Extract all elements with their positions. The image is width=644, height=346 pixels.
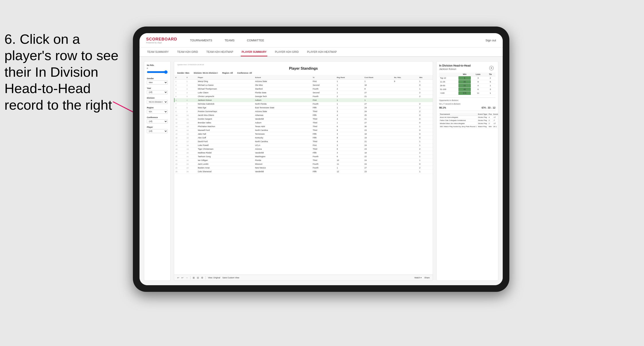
cell-player: Jacob Mou-Otieno (197, 113, 254, 117)
tab-team-h2h-grid[interactable]: TEAM H2H GRID (176, 48, 199, 56)
table-row[interactable]: 21 21 Taehoon Song Washington Fourth 6 2… (174, 155, 433, 159)
cell-school: Washington (254, 155, 312, 159)
cell-player: Maxwell Ford (197, 129, 254, 132)
table-row[interactable]: 6 6 Jackson Koivun Auburn First 1 1 (174, 98, 433, 102)
region-filter: Region N/A (147, 107, 168, 114)
cell-num: 21 (174, 155, 186, 159)
h2h-cell-loss: 9 (471, 80, 485, 84)
undo-button[interactable]: ↩ (177, 276, 179, 279)
toolbar: ↩ ↩ → ⊞ ⊟ ⚙ View: Original Save Custom V… (174, 275, 433, 281)
h2h-cell-rank: 51-100 (439, 88, 458, 91)
cell-yr: Fifth (312, 151, 336, 155)
settings-button[interactable]: ⚙ (201, 276, 203, 279)
table-row[interactable]: 4 4 Luke Claton Florida State Second 1 2… (174, 91, 433, 95)
cell-win: 0 (418, 121, 433, 125)
year-select[interactable]: (All) (147, 90, 168, 94)
table-row[interactable]: 15 15 Jake Hall Tennessee Fifth 3 18 0 (174, 132, 433, 136)
cell-conf: 8 (364, 87, 393, 91)
cell-rank: 6 (186, 98, 197, 102)
cell-rds (393, 117, 418, 121)
tournament-header: Tournament Event Type Pos Score (439, 113, 498, 116)
region-select[interactable]: N/A (147, 110, 168, 114)
h2h-col-rank (439, 72, 458, 76)
view-original-button[interactable]: View: Original (208, 277, 220, 279)
cell-win: 2 (418, 147, 433, 151)
tab-team-h2h-heatmap[interactable]: TEAM H2H HEATMAP (206, 48, 234, 56)
table-row[interactable]: 20 20 Matthew Riedel Vanderbilt Fifth 3 … (174, 151, 433, 155)
cell-rds (393, 113, 418, 117)
cell-player: Michael Thorbjornsen (197, 87, 254, 91)
cell-num: 15 (174, 132, 186, 136)
h2h-table-header: Win Loss Tie (439, 72, 496, 76)
table-row[interactable]: 9 9 Preston Summerhays Arizona State Thi… (174, 110, 433, 113)
cell-player: Michael La Sasso (197, 83, 254, 87)
table-row[interactable]: 17 17 David Ford North Carolina Third 4 … (174, 140, 433, 144)
tab-player-h2h-grid[interactable]: PLAYER H2H GRID (274, 48, 300, 56)
cell-rank: 7 (186, 102, 197, 106)
rounds-slider[interactable] (147, 70, 168, 74)
cell-win: 2 (418, 106, 433, 110)
table-row[interactable]: 13 13 Phichaksn Maichon Texas A&M Third … (174, 125, 433, 129)
close-button[interactable]: ✕ (489, 66, 494, 70)
update-time: Update time: 27/03/2024 16:56:26 (177, 64, 430, 66)
cell-num: 7 (174, 102, 186, 106)
conference-select[interactable]: (All) (147, 119, 168, 123)
division-filter-label: Division: NCAA Division I (194, 72, 218, 74)
table-row[interactable]: 22 22 Ian Gilligan Florida Third 10 24 1 (174, 159, 433, 162)
table-row[interactable]: 2 2 Michael La Sasso Ole Miss Second 1 1… (174, 83, 433, 87)
nav-committee[interactable]: COMMITTEE (245, 38, 266, 43)
cell-conf: 19 (364, 136, 393, 140)
table-row[interactable]: 25 25 Cole Sherwood Vanderbilt Fifth 12 … (174, 170, 433, 173)
gender-select[interactable]: Men (147, 80, 168, 84)
table-row[interactable]: 18 18 Luke Powell UCLA First 3 24 1 (174, 144, 433, 147)
table-row[interactable]: 10 10 Jacob Mou-Otieno Arkansas Fifth 4 … (174, 113, 433, 117)
cell-num: 2 (174, 83, 186, 87)
cell-yr: Second (312, 83, 336, 87)
watch-button[interactable]: Watch ▾ (414, 277, 422, 279)
copy-button[interactable]: ⊞ (193, 276, 195, 279)
h2h-row: 51-100 46 6 3 (439, 88, 496, 91)
cell-conf: 18 (364, 132, 393, 136)
cell-rds (393, 147, 418, 151)
redo-button[interactable]: ↩ (181, 276, 183, 279)
forward-button[interactable]: → (186, 276, 188, 279)
tab-team-summary[interactable]: TEAM SUMMARY (146, 48, 170, 56)
table-row[interactable]: 19 19 Tiger Christensen Arizona Third 8 … (174, 147, 433, 151)
table-row[interactable]: 11 11 Gordon Sargent Vanderbilt Third 4 … (174, 117, 433, 121)
h2h-cell-loss: 6 (471, 88, 485, 91)
share-button[interactable]: Share (424, 277, 430, 279)
table-row[interactable]: 5 5 Christo Lamprecht Georgia Tech Fourt… (174, 95, 433, 98)
region-label: Region (147, 107, 168, 109)
logo-area: SCOREBOARD Powered by clippi (146, 37, 177, 44)
cell-player: Jackson Koivun (197, 98, 254, 102)
cell-conf: 21 (364, 140, 393, 144)
tab-player-h2h-heatmap[interactable]: PLAYER H2H HEATMAP (306, 48, 338, 56)
nav-teams[interactable]: TEAMS (223, 38, 236, 43)
paste-button[interactable]: ⊟ (197, 276, 199, 279)
standings-header: Update time: 27/03/2024 16:56:26 Player … (174, 61, 433, 76)
cell-player: Gordon Sargent (197, 117, 254, 121)
table-row[interactable]: 16 16 Alex Goff Kentucky Fifth 8 19 0 (174, 136, 433, 140)
table-row[interactable]: 12 12 Brendan Valles Auburn Third 1 27 0 (174, 121, 433, 125)
table-row[interactable]: 8 8 Mats Ege East Tennessee State Fifth … (174, 106, 433, 110)
save-custom-button[interactable]: Save Custom View (222, 277, 239, 279)
h2h-col-win: Win (458, 72, 471, 76)
nav-tournaments[interactable]: TOURNAMENTS (188, 38, 214, 43)
player-label: Player (147, 126, 168, 128)
table-row[interactable]: 24 24 Bastien Amat New Mexico Fourth 1 2… (174, 166, 433, 170)
table-row[interactable]: 1 1 Wenyi Ding Arizona State First 1 1 8… (174, 80, 433, 83)
cell-rank: 12 (186, 121, 197, 125)
player-select[interactable]: (All) (147, 129, 168, 133)
cell-conf: 22 (364, 155, 393, 159)
tab-player-summary[interactable]: PLAYER SUMMARY (241, 48, 267, 56)
cell-school: East Tennessee State (254, 106, 312, 110)
table-row[interactable]: 3 3 Michael Thorbjornsen Stanford Fourth… (174, 87, 433, 91)
table-row[interactable]: 14 14 Maxwell Ford North Carolina Third … (174, 129, 433, 132)
cell-yr: Fifth (312, 136, 336, 140)
table-row[interactable]: 7 7 Nicholas Gabrelcik North Florida Fou… (174, 102, 433, 106)
division-select[interactable]: NCAA Division I (147, 100, 168, 104)
cell-rank: 19 (186, 147, 197, 151)
col-num: # (174, 76, 186, 80)
sign-out-button[interactable]: Sign out (486, 39, 496, 42)
table-row[interactable]: 23 23 Jack Lundin Missouri Fourth 11 24 … (174, 162, 433, 166)
